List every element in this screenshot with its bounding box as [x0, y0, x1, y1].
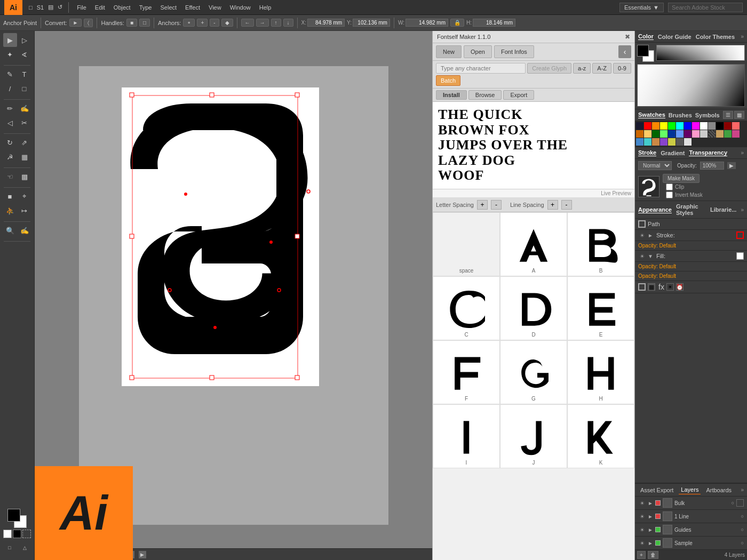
menu-select[interactable]: Select [158, 3, 179, 12]
layer-bulk-circle[interactable]: ○ [732, 500, 734, 506]
color-spectrum[interactable] [637, 64, 745, 107]
swatch-darkred[interactable] [724, 122, 732, 130]
graph-tool[interactable]: ▩ [18, 170, 31, 183]
swatch-lightblue[interactable] [676, 130, 684, 138]
browse-btn[interactable]: Browse [468, 90, 502, 100]
lasso-tool[interactable]: ∢ [18, 47, 31, 61]
swatch-list-view[interactable]: ☰ [723, 111, 733, 119]
glyph-cell-d[interactable]: D [500, 276, 567, 340]
menu-object[interactable]: Object [112, 3, 133, 12]
measure-tool[interactable]: ↦ [18, 204, 31, 218]
h-input[interactable] [473, 19, 515, 27]
stroke-color-box[interactable] [736, 231, 744, 239]
layers-panel-collapse[interactable]: » [741, 487, 744, 493]
line-tool[interactable]: / [3, 82, 17, 95]
symbols-tab[interactable]: Symbols [695, 112, 720, 118]
az-upper-btn[interactable]: A-Z [592, 63, 611, 74]
layer-sample-circle[interactable]: ○ [741, 540, 744, 546]
stroke-eye-icon[interactable]: ☀ [638, 231, 646, 239]
opacity-input[interactable] [700, 162, 724, 170]
fill-color-box[interactable] [736, 252, 744, 260]
layer-1line-circle[interactable]: ○ [741, 514, 744, 519]
layers-tab[interactable]: Layers [679, 485, 701, 494]
gradient-tool[interactable]: ■ [3, 189, 17, 203]
foreground-color[interactable] [7, 509, 20, 522]
scissor-tool[interactable]: ✂ [18, 116, 31, 130]
swatch-blue[interactable] [684, 122, 692, 130]
align-btn-3[interactable]: ↑ [271, 19, 281, 27]
swatch-darkblue2[interactable] [668, 130, 676, 138]
swatch-purple[interactable] [684, 130, 692, 138]
layer-sample[interactable]: ☀ ► Sample ○ [635, 537, 747, 550]
install-btn[interactable]: Install [436, 90, 467, 100]
grid-icon[interactable]: ▤ [48, 4, 53, 11]
swatch-sienna[interactable] [652, 138, 659, 146]
swatch-pink[interactable] [692, 130, 700, 138]
layer-sample-eye[interactable]: ☀ [638, 539, 646, 547]
swatch-olive[interactable] [668, 138, 676, 146]
y-input[interactable] [353, 19, 390, 27]
swatch-tan[interactable] [644, 130, 651, 138]
convert-btn-1[interactable]: ► [69, 19, 82, 27]
swatch-lightgray[interactable] [700, 130, 708, 138]
appear-eye-btn[interactable]: ☀ [666, 283, 674, 291]
anchors-btn-3[interactable]: - [210, 19, 219, 27]
make-mask-btn[interactable]: Make Mask [663, 174, 700, 183]
appear-clock-btn[interactable]: ⏰ [676, 283, 684, 291]
graphic-styles-tab[interactable]: Graphic Styles [676, 203, 706, 216]
appearance-tab[interactable]: Appearance [638, 206, 672, 213]
swatch-darkgreen[interactable] [652, 130, 659, 138]
swatch-lightgreen[interactable] [660, 130, 667, 138]
libraries-tab[interactable]: Librarie... [710, 206, 737, 213]
letter-spacing-add[interactable]: + [477, 200, 488, 210]
layer-1line-expand[interactable]: ► [648, 514, 653, 519]
hand-tool[interactable]: ✍ [18, 223, 31, 237]
type-character-input[interactable] [436, 63, 526, 74]
swatch-black[interactable] [716, 122, 724, 130]
line-spacing-add[interactable]: + [547, 200, 558, 210]
search-input[interactable] [668, 3, 743, 12]
transparency-tab[interactable]: Transparency [689, 149, 727, 156]
menu-effect[interactable]: Effect [183, 3, 202, 12]
fill-stroke-boxes[interactable] [637, 45, 654, 62]
glyph-cell-k[interactable]: K [567, 404, 634, 468]
menu-type[interactable]: Type [137, 3, 154, 12]
new-layer-btn[interactable]: + [637, 551, 646, 559]
x-input[interactable] [307, 19, 345, 27]
swatch-grid-view[interactable]: ▦ [734, 111, 744, 119]
transform-tool[interactable]: ▦ [18, 150, 31, 164]
layer-guides[interactable]: ☀ ► Guides ○ [635, 523, 747, 537]
menu-edit[interactable]: Edit [93, 3, 107, 12]
gradient-tab[interactable]: Gradient [661, 150, 685, 156]
swatch-orange[interactable] [652, 122, 659, 130]
align-btn-1[interactable]: ← [241, 19, 254, 27]
stroke-panel-collapse[interactable]: » [741, 150, 744, 156]
glyph-cell-i[interactable]: I [433, 404, 500, 468]
swatch-green[interactable] [668, 122, 676, 130]
layer-bulk[interactable]: ☀ ► Bulk ○ [635, 497, 747, 510]
lock-proportions-btn[interactable]: 🔒 [450, 19, 464, 27]
black-swatch[interactable] [13, 530, 21, 538]
menu-help[interactable]: Help [257, 3, 274, 12]
convert-btn-2[interactable]: 〈 [84, 19, 93, 27]
bridge-icon[interactable]: □ [29, 4, 33, 11]
white-swatch[interactable] [3, 530, 12, 538]
fontself-open-btn[interactable]: Open [464, 45, 492, 58]
swatch-brown[interactable] [636, 130, 643, 138]
swatch-verylightgray[interactable] [684, 138, 692, 146]
invert-mask-checkbox[interactable] [666, 191, 673, 198]
export-btn[interactable]: Export [503, 90, 534, 100]
menu-window[interactable]: Window [228, 3, 253, 12]
swatch-teal[interactable] [644, 138, 651, 146]
rect-tool[interactable]: □ [18, 82, 31, 95]
glyph-cell-space[interactable]: space [433, 212, 500, 276]
rotate-tool[interactable]: ↻ [3, 135, 17, 149]
handles-btn-1[interactable]: ■ [126, 19, 137, 27]
swatch-pattern1[interactable] [708, 130, 716, 138]
blending-mode-select[interactable]: Normal [638, 161, 672, 170]
color-guide-tab[interactable]: Color Guide [658, 34, 692, 40]
line-spacing-sub[interactable]: - [561, 200, 572, 210]
zoom-tool[interactable]: 🔍 [3, 223, 17, 237]
stroke-tab[interactable]: Stroke [638, 149, 656, 156]
color-themes-tab[interactable]: Color Themes [696, 34, 735, 40]
